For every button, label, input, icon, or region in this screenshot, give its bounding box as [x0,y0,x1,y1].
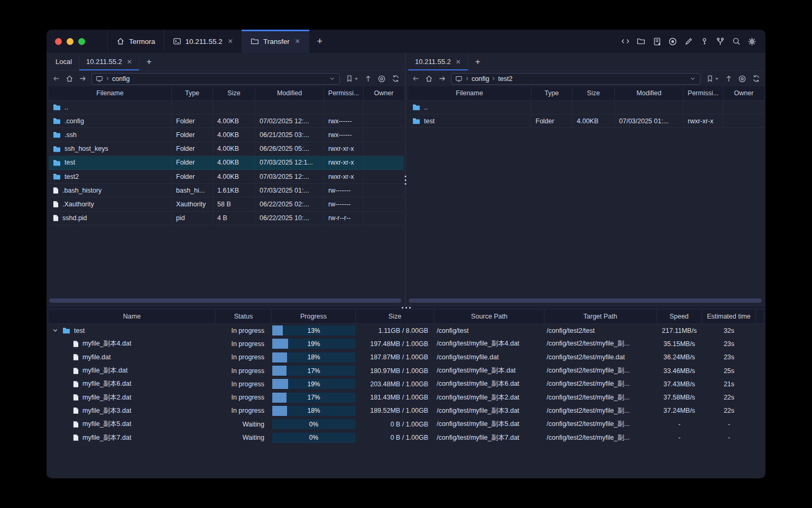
bookmark-button[interactable] [706,75,719,83]
close-window-button[interactable] [55,38,62,45]
size-cell: 4.00KB [213,128,255,141]
tab-remote-host[interactable]: 10.211.55.2 ✕ [79,53,140,70]
close-tab-icon[interactable]: ✕ [295,38,300,45]
file-row[interactable]: .ssh Folder 4.00KB 06/21/2025 03:... rwx… [49,128,404,142]
file-row[interactable]: test2 Folder 4.00KB 07/03/2025 12:... rw… [49,170,404,184]
transfer-row[interactable]: myfile_副本3.dat In progress 18% 189.52MB … [49,404,763,418]
tab-remote-host[interactable]: 10.211.55.2 ✕ [408,53,468,70]
column-header-source-path[interactable]: Source Path [435,310,545,323]
filename-text: .bash_history [62,187,102,194]
search-icon[interactable] [731,37,741,47]
transfer-row[interactable]: myfile_副本2.dat In progress 17% 181.43MB … [49,391,763,404]
titlebar-actions [620,30,765,53]
splitter-handle[interactable] [402,307,411,309]
key-icon[interactable] [699,37,709,47]
bookmark-button[interactable] [346,75,358,83]
session-log-icon[interactable] [652,37,662,47]
close-tab-icon[interactable]: ✕ [456,58,461,66]
column-header-owner[interactable]: Owner [723,86,764,100]
tab-local[interactable]: Local [49,53,79,70]
transfer-row[interactable]: myfile.dat In progress 18% 187.87MB / 1.… [49,351,763,364]
column-header-filename[interactable]: Filename [49,86,172,100]
refresh-icon[interactable] [752,75,760,83]
transfer-row[interactable]: myfile_副本5.dat Waiting 0% 0 B / 1.00GB /… [49,418,763,431]
tab-termora[interactable]: Termora [107,30,164,53]
tab-transfer[interactable]: Transfer ✕ [242,30,309,53]
code-icon[interactable] [620,37,630,47]
tab-label: Termora [129,38,155,46]
transfer-row[interactable]: myfile_副本6.dat In progress 19% 203.48MB … [49,377,763,391]
column-header-modified[interactable]: Modified [615,86,684,100]
column-header-permissions[interactable]: Permissi... [684,86,723,100]
minimize-window-button[interactable] [67,38,73,45]
file-row[interactable]: sshd.pid pid 4 B 06/22/2025 10:... rw-r-… [49,212,404,225]
path-input[interactable]: config test2 [451,73,700,85]
column-header-type[interactable]: Type [531,86,573,100]
home-icon[interactable] [65,75,73,83]
edit-icon[interactable] [684,37,694,47]
breadcrumb-segment[interactable]: config [112,75,130,83]
record-icon[interactable] [668,37,678,47]
column-header-status[interactable]: Status [216,310,272,323]
tab-host-session[interactable]: 10.211.55.2 ✕ [164,30,242,53]
chevron-down-icon[interactable] [329,75,336,82]
transfer-row[interactable]: myfile_副本7.dat Waiting 0% 0 B / 1.00GB /… [49,431,763,444]
horizontal-splitter[interactable] [47,305,765,310]
owner-cell [364,101,404,114]
refresh-icon[interactable] [391,75,400,83]
transfer-row[interactable]: myfile_副本4.dat In progress 19% 197.48MB … [49,337,763,350]
transfer-row[interactable]: myfile_副本.dat In progress 17% 180.97MB /… [49,364,763,377]
column-header-estimated-time[interactable]: Estimated time [702,310,756,323]
column-header-filename[interactable]: Filename [408,86,531,100]
horizontal-scrollbar[interactable] [409,298,762,303]
breadcrumb-segment[interactable]: test2 [498,75,512,83]
upload-arrow-icon[interactable] [724,75,733,83]
file-row[interactable]: .. [408,101,764,114]
maximize-window-button[interactable] [78,38,85,45]
show-hidden-eye-icon[interactable] [738,75,746,83]
chevron-down-icon[interactable] [689,75,696,82]
file-row[interactable]: .. [49,101,404,114]
path-input[interactable]: config [91,73,340,85]
column-header-owner[interactable]: Owner [364,86,404,100]
progress-cell: 13% [272,324,356,337]
progress-bar: 18% [272,352,355,362]
back-arrow-icon[interactable] [411,75,420,83]
close-tab-icon[interactable]: ✕ [228,38,233,45]
column-header-type[interactable]: Type [172,86,213,100]
column-header-progress[interactable]: Progress [272,310,356,323]
column-header-speed[interactable]: Speed [657,310,702,323]
file-row[interactable]: test Folder 4.00KB 07/03/2025 12:1... rw… [49,156,404,170]
file-row[interactable]: ssh_host_keys Folder 4.00KB 06/26/2025 0… [49,142,404,156]
close-tab-icon[interactable]: ✕ [127,58,132,66]
file-row[interactable]: .Xauthority Xauthority 58 B 06/22/2025 0… [49,197,404,211]
keychain-icon[interactable] [715,37,725,47]
forward-arrow-icon[interactable] [78,75,87,83]
expand-chevron-icon[interactable] [52,328,59,333]
column-header-size[interactable]: Size [356,310,435,323]
new-panel-tab-button[interactable]: + [468,53,487,70]
folder-icon [251,37,259,46]
horizontal-scrollbar[interactable] [49,298,401,303]
file-row[interactable]: test Folder 4.00KB 07/03/2025 01:... rwx… [408,114,764,128]
file-row[interactable]: .config Folder 4.00KB 07/02/2025 12:... … [49,114,404,128]
column-header-size[interactable]: Size [573,86,615,100]
back-arrow-icon[interactable] [52,75,60,83]
folder-icon[interactable] [636,37,646,47]
home-icon[interactable] [425,75,433,83]
breadcrumb-segment[interactable]: config [472,75,489,83]
forward-arrow-icon[interactable] [438,75,446,83]
column-header-permissions[interactable]: Permissi... [324,86,364,100]
column-header-target-path[interactable]: Target Path [545,310,657,323]
show-hidden-eye-icon[interactable] [377,75,386,83]
new-tab-button[interactable]: + [309,30,330,53]
transfer-row[interactable]: test In progress 13% 1.11GB / 8.00GB /co… [49,324,763,337]
new-panel-tab-button[interactable]: + [140,53,159,70]
settings-gear-icon[interactable] [747,37,757,47]
progress-percent: 17% [272,366,355,376]
file-row[interactable]: .bash_history bash_hi... 1.61KB 07/03/20… [49,184,404,197]
column-header-size[interactable]: Size [213,86,255,100]
upload-arrow-icon[interactable] [364,75,372,83]
column-header-name[interactable]: Name [49,310,216,323]
column-header-modified[interactable]: Modified [255,86,324,100]
